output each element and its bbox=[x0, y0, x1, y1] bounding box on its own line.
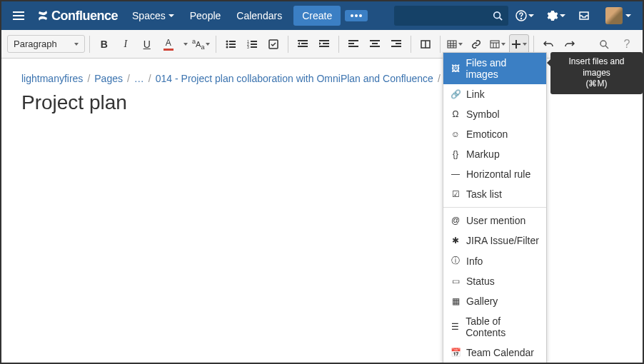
menu-item-label: Markup bbox=[466, 148, 500, 160]
indent-button[interactable] bbox=[314, 34, 334, 54]
insert-menu-item[interactable]: 📅Team Calendar bbox=[443, 343, 546, 363]
breadcrumb-item[interactable]: … bbox=[134, 73, 144, 84]
confluence-logo[interactable]: Confluence bbox=[30, 9, 125, 24]
number-list-button[interactable]: 123 bbox=[242, 34, 262, 54]
svg-rect-1 bbox=[13, 15, 24, 16]
search-input[interactable] bbox=[394, 6, 508, 26]
svg-line-52 bbox=[605, 46, 608, 49]
svg-text:3: 3 bbox=[247, 45, 249, 49]
menu-item-icon: ⓘ bbox=[451, 255, 461, 267]
hamburger-menu[interactable] bbox=[7, 6, 30, 26]
menu-item-icon: 🔗 bbox=[451, 89, 461, 99]
help-icon[interactable] bbox=[510, 6, 540, 26]
svg-line-7 bbox=[500, 18, 503, 21]
svg-point-51 bbox=[600, 41, 606, 46]
redo-button[interactable] bbox=[560, 34, 580, 54]
italic-button[interactable]: I bbox=[116, 34, 136, 54]
svg-rect-24 bbox=[301, 43, 308, 44]
svg-point-12 bbox=[226, 43, 228, 45]
layout-button[interactable] bbox=[416, 34, 436, 54]
svg-rect-45 bbox=[490, 41, 499, 48]
user-avatar[interactable] bbox=[597, 3, 637, 29]
text-color-button[interactable]: A bbox=[159, 34, 178, 54]
svg-point-5 bbox=[359, 14, 362, 17]
insert-menu-item[interactable]: ΩSymbol bbox=[443, 104, 546, 124]
menu-item-label: Files and images bbox=[466, 57, 539, 80]
insert-menu-item[interactable]: {}Markup bbox=[443, 144, 546, 164]
insert-menu-item[interactable]: ⓘInfo bbox=[443, 251, 546, 271]
paragraph-select[interactable]: Paragraph bbox=[7, 35, 85, 53]
menu-item-label: Symbol bbox=[466, 108, 500, 120]
align-left-button[interactable] bbox=[343, 34, 363, 54]
insert-menu-item[interactable]: ✱JIRA Issue/Filter bbox=[443, 231, 546, 251]
menu-item-icon: @ bbox=[451, 216, 461, 226]
menu-item-icon: 📅 bbox=[451, 348, 461, 358]
insert-menu-item[interactable]: 🔗Link bbox=[443, 84, 546, 104]
menu-item-label: Status bbox=[466, 275, 495, 287]
menu-item-icon: ☺ bbox=[451, 129, 461, 139]
breadcrumb-item[interactable]: Pages bbox=[94, 73, 123, 84]
svg-rect-2 bbox=[13, 19, 24, 20]
undo-button[interactable] bbox=[538, 34, 558, 54]
align-center-button[interactable] bbox=[365, 34, 385, 54]
tooltip: Insert files and images (⌘M) bbox=[550, 52, 643, 94]
menu-item-label: Horizontal rule bbox=[466, 168, 530, 180]
nav-spaces[interactable]: Spaces bbox=[125, 4, 181, 27]
svg-rect-23 bbox=[298, 40, 308, 41]
insert-menu-item[interactable]: @User mention bbox=[443, 211, 546, 231]
align-right-button[interactable] bbox=[386, 34, 406, 54]
underline-button[interactable]: U bbox=[137, 34, 157, 54]
insert-menu-item[interactable]: 🖼Files and images bbox=[443, 53, 546, 84]
insert-menu-item[interactable]: ▭Status bbox=[443, 271, 546, 291]
menu-item-icon: ☑ bbox=[451, 189, 461, 199]
tooltip-line1: Insert files and images bbox=[558, 56, 635, 79]
insert-menu-item[interactable]: ☰Table of Contents bbox=[443, 311, 546, 343]
insert-menu-item[interactable]: ☑Task list bbox=[443, 184, 546, 204]
svg-rect-36 bbox=[396, 43, 401, 44]
help-button[interactable]: ? bbox=[617, 34, 637, 54]
menu-item-label: Info bbox=[466, 256, 483, 267]
nav-right bbox=[394, 3, 637, 29]
breadcrumb-item[interactable]: 014 - Project plan collaboration with Om… bbox=[156, 73, 433, 84]
svg-rect-28 bbox=[319, 46, 329, 47]
menu-item-icon: {} bbox=[451, 149, 461, 159]
outdent-button[interactable] bbox=[293, 34, 313, 54]
insert-menu-item[interactable]: —Horizontal rule bbox=[443, 164, 546, 184]
svg-rect-34 bbox=[370, 46, 380, 47]
task-list-button[interactable] bbox=[263, 34, 283, 54]
more-button[interactable] bbox=[345, 10, 368, 21]
nav-calendars[interactable]: Calendars bbox=[229, 4, 289, 27]
menu-item-label: Link bbox=[466, 89, 485, 100]
text-color-caret[interactable] bbox=[180, 34, 190, 54]
svg-point-9 bbox=[521, 19, 522, 19]
menu-item-label: User mention bbox=[466, 215, 525, 226]
settings-icon[interactable] bbox=[541, 6, 571, 26]
breadcrumb-item[interactable]: lightmanyfires bbox=[21, 73, 83, 84]
link-button[interactable] bbox=[466, 34, 486, 54]
insert-button[interactable] bbox=[509, 34, 529, 54]
table-button[interactable] bbox=[445, 34, 465, 54]
menu-item-icon: ✱ bbox=[451, 236, 461, 246]
insert-menu-item[interactable]: ☺Emoticon bbox=[443, 124, 546, 144]
bold-button[interactable]: B bbox=[94, 34, 114, 54]
svg-rect-17 bbox=[251, 41, 257, 42]
inbox-icon[interactable] bbox=[573, 6, 595, 26]
menu-item-icon: ▭ bbox=[451, 276, 461, 286]
svg-rect-11 bbox=[229, 41, 236, 42]
insert-menu: 🖼Files and images🔗LinkΩSymbol☺Emoticon{}… bbox=[443, 52, 547, 364]
nav-people[interactable]: People bbox=[183, 4, 228, 27]
find-button[interactable] bbox=[594, 34, 614, 54]
svg-point-6 bbox=[494, 12, 500, 19]
svg-point-4 bbox=[355, 14, 358, 17]
bullet-list-button[interactable] bbox=[221, 34, 241, 54]
table2-button[interactable] bbox=[488, 34, 508, 54]
menu-item-label: Gallery bbox=[466, 295, 498, 307]
insert-menu-item[interactable]: ▦Gallery bbox=[443, 291, 546, 311]
logo-text: Confluence bbox=[51, 9, 118, 24]
tooltip-line2: (⌘M) bbox=[558, 79, 635, 90]
more-formatting-button[interactable]: aAa bbox=[191, 34, 211, 54]
svg-rect-35 bbox=[391, 40, 401, 41]
top-nav: Confluence Spaces People Calendars Creat… bbox=[1, 1, 643, 30]
create-button[interactable]: Create bbox=[293, 6, 341, 26]
menu-item-label: Table of Contents bbox=[466, 315, 539, 338]
